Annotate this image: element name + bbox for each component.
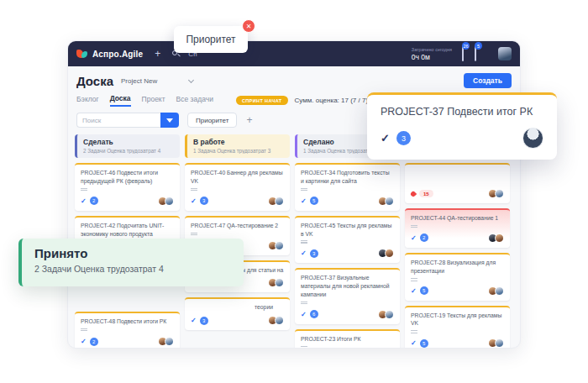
check-icon: ✓ [191, 317, 197, 324]
task-title: PROJECT-44 QA-тестирование 1 [411, 214, 504, 223]
task-title: PROJECT-23 Итоги РК [301, 335, 394, 344]
task-card-highlighted[interactable]: PROJECT-44 QA-тестирование 1 ✓2 [405, 208, 510, 248]
assignee-avatar [275, 197, 284, 206]
assignee-avatar [495, 286, 504, 296]
top-navbar: Аспро.Agile + Сп Затрачено сегодня 0ч 0м… [68, 41, 520, 66]
assignee-avatar [495, 233, 504, 243]
estimate-badge: 2 [90, 197, 98, 205]
estimate-badge: 2 [90, 338, 98, 346]
description-icon [81, 328, 87, 333]
column-done: Сделано 1 Задача Оценка трудозатрат PROJ… [295, 134, 400, 349]
assignee-avatar [275, 316, 284, 325]
check-icon: ✓ [411, 234, 417, 242]
task-card[interactable]: PROJECT-37 Визуальные материалы для ново… [295, 268, 400, 324]
time-tracker-label: Затрачено сегодня [412, 47, 452, 52]
task-card[interactable]: PROJECT-28 Визуализация для презентации … [405, 253, 510, 301]
check-icon: ✓ [411, 339, 417, 347]
column-header-todo[interactable]: Сделать 2 Задачи Оценка трудозатрат 4 [75, 134, 180, 158]
filter-button[interactable] [160, 113, 179, 128]
app-logo-icon [76, 49, 87, 59]
messages-count-badge: 5 [475, 42, 482, 50]
description-icon [301, 302, 307, 306]
check-icon: ✓ [411, 287, 417, 295]
task-title: PROJECT-34 Подготовить тексты и картинки… [301, 169, 394, 186]
assignee-avatar [385, 197, 394, 206]
check-icon: ✓ [301, 249, 307, 257]
add-filter-button[interactable]: + [246, 115, 252, 125]
messages-button[interactable]: 5 [475, 46, 476, 61]
notifications-button[interactable]: 26 [462, 46, 464, 61]
task-card[interactable]: PROJECT-40 Баннер для рекламы VK ✓3 [185, 163, 290, 211]
assignee-avatar [385, 310, 394, 319]
close-icon: ✕ [246, 23, 252, 30]
app-window: Аспро.Agile + Сп Затрачено сегодня 0ч 0м… [67, 40, 521, 349]
accepted-overlay-title: Принято [34, 246, 231, 260]
estimate-badge: 5 [420, 339, 428, 348]
task-card[interactable]: PROJECT-48 Подвести итоги РК ✓2 [75, 312, 180, 349]
check-icon: ✓ [381, 132, 390, 144]
task-card[interactable]: PROJECT-45 Тексты для рекламы в VK ✓3 [295, 216, 400, 264]
create-button[interactable]: Создать [464, 73, 512, 88]
assignee-avatar [495, 189, 504, 198]
task-title: PROJECT-37 Визуальные материалы для ново… [301, 274, 394, 299]
description-icon [411, 225, 417, 229]
chevron-down-icon[interactable] [188, 76, 194, 82]
task-title: PROJECT-47 QA-тестирование 2 [191, 222, 284, 230]
project-selector[interactable]: Project New [121, 77, 157, 85]
priority-tooltip: Приоритет [174, 26, 248, 53]
user-avatar[interactable] [498, 47, 512, 60]
time-tracker[interactable]: Затрачено сегодня 0ч 0м [412, 47, 452, 61]
task-title: PROJECT-48 Подвести итоги РК [81, 317, 174, 326]
column-meta: 1 Задача Оценка трудозатрат 3 [193, 148, 284, 154]
column-accepted: Принято 2 Задачи Оценка трудозатрат 4 15… [405, 134, 510, 349]
description-icon [411, 330, 417, 334]
task-card[interactable]: 15 [405, 163, 510, 203]
search-input[interactable] [76, 113, 160, 128]
estimate-badge: 3 [310, 249, 318, 258]
description-icon [191, 188, 197, 192]
description-icon [191, 233, 197, 237]
description-icon [301, 240, 307, 244]
column-title: В работе [193, 138, 284, 146]
tab-backlog[interactable]: Бэклог [76, 95, 99, 106]
task-overlay-estimate-badge: 3 [396, 131, 411, 145]
accepted-overlay-subtitle: 2 Задачи Оценка трудозатрат 4 [34, 264, 231, 274]
assignee-avatar [385, 249, 394, 258]
tab-board[interactable]: Доска [110, 94, 131, 107]
add-icon[interactable]: + [155, 49, 160, 59]
task-card[interactable]: PROJECT-19 Тексты для рекламы VK ✓5 [405, 306, 510, 349]
tab-all-tasks[interactable]: Все задачи [176, 95, 213, 106]
time-tracker-value: 0ч 0м [412, 53, 452, 61]
task-title: PROJECT-42 Подсчитать UNIT-экономику нов… [81, 222, 174, 239]
estimate-badge: 6 [310, 310, 318, 318]
column-title: Сделать [83, 138, 174, 146]
estimate-badge: 3 [200, 197, 208, 205]
estimate-badge: 3 [200, 317, 208, 325]
description-icon [301, 188, 307, 192]
assignee-avatar [275, 241, 284, 250]
assignee-avatar [165, 337, 174, 346]
task-card[interactable]: PROJECT-34 Подготовить тексты и картинки… [295, 163, 400, 211]
task-card[interactable]: PROJECT-23 Итоги РК ✓5 [295, 329, 400, 349]
app-name: Аспро.Agile [92, 50, 143, 59]
check-icon: ✓ [301, 197, 307, 205]
task-title: PROJECT-45 Тексты для рекламы в VK [301, 222, 394, 239]
check-icon: ✓ [191, 197, 197, 205]
description-icon [301, 346, 307, 349]
column-header-in-progress[interactable]: В работе 1 Задача Оценка трудозатрат 3 [185, 134, 290, 158]
funnel-icon [166, 118, 173, 123]
tooltip-close-button[interactable]: ✕ [242, 19, 255, 33]
task-title: теории [191, 303, 284, 312]
task-title: PROJECT-40 Баннер для рекламы VK [191, 169, 284, 186]
estimate-badge: 5 [420, 286, 428, 295]
column-in-progress: В работе 1 Задача Оценка трудозатрат 3 P… [185, 134, 290, 330]
notifications-count-badge: 26 [462, 42, 470, 50]
task-card[interactable]: теории ✓3 [185, 297, 290, 330]
task-title: PROJECT-19 Тексты для рекламы VK [411, 312, 504, 328]
tab-project[interactable]: Проект [142, 95, 165, 106]
priority-filter-chip[interactable]: Приоритет [187, 113, 237, 128]
estimate-badge: 2 [420, 233, 428, 242]
page-title: Доска [76, 74, 113, 88]
task-overlay-title: PROJECT-37 Подвести итог РК [381, 106, 543, 118]
task-card[interactable]: PROJECT-46 Подвести итоги предыдущей РК … [75, 163, 180, 211]
